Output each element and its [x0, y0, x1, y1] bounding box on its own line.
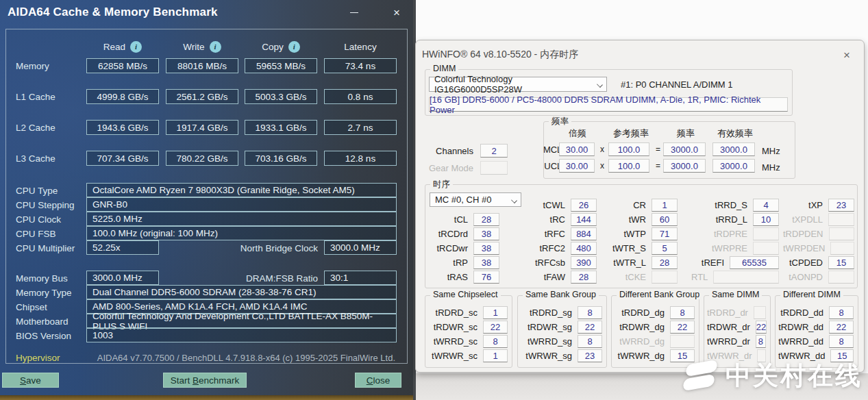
- memory-controller-select[interactable]: MC #0, CH #0: [430, 192, 521, 207]
- memory-latency-value: 73.4 ns: [324, 58, 397, 73]
- tCPDED-value: 15: [828, 256, 854, 269]
- timing-field: tRRD_L10: [691, 212, 779, 227]
- close-dialog-button[interactable]: Close: [355, 373, 401, 388]
- info-icon[interactable]: i: [130, 41, 142, 53]
- l1-read-value: 4999.8 GB/s: [86, 89, 159, 104]
- aida64-titlebar: AIDA64 Cache & Memory Benchmark ×: [0, 0, 413, 25]
- timing-field: tWRPDEN: [783, 241, 854, 255]
- dimm-slot-label: #1: P0 CHANNEL A/DIMM 1: [621, 79, 733, 90]
- timing-field: tWTR_L28: [606, 255, 678, 270]
- tRFC2-value: 480: [571, 242, 597, 255]
- timing-field: tCL28: [431, 212, 499, 227]
- RTL-value: [713, 271, 779, 284]
- mclk-frequency: 3000.0: [663, 142, 706, 156]
- start-benchmark-button[interactable]: Start Benchmark: [163, 373, 247, 388]
- timing-field: tWTP71: [606, 227, 678, 241]
- timing-field: tRDRD_sg8: [521, 305, 602, 320]
- timing-col4: tRRD_S4 tRRD_L10 tRDPRE tWRPRE tREFI6553…: [691, 198, 779, 284]
- tWRRD_dr-value: 8: [756, 335, 766, 348]
- equals-sign: =: [656, 142, 660, 156]
- timing-field: tRDWR_sg22: [521, 320, 602, 334]
- timing-field: CR1: [606, 198, 678, 212]
- timing-field: tXP23: [783, 198, 854, 212]
- timing-field: tRDRD_sc1: [428, 305, 508, 320]
- zol-watermark: 中关村在线: [683, 359, 863, 393]
- close-button[interactable]: ×: [838, 47, 856, 64]
- info-icon[interactable]: i: [288, 41, 300, 53]
- frequency-header: 频率: [666, 127, 706, 140]
- bottom-strip: [0, 395, 413, 400]
- uclk-multiplier: 30.00: [559, 159, 595, 173]
- memory-write-value: 88016 MB/s: [166, 58, 238, 73]
- timing-field: tWRRD_sc8: [428, 334, 508, 349]
- row-label: CPU FSB: [16, 226, 56, 241]
- group-legend: Same Chipselect: [430, 290, 501, 299]
- tREFI-value: 65535: [730, 256, 779, 269]
- bench-row-l3: L3 Cache 707.34 GB/s 780.22 GB/s 703.16 …: [6, 151, 407, 166]
- timing-col3: CR1 tWR60 tWTP71 tWTR_S5 tWTR_L28 tCKE: [606, 198, 678, 284]
- tRDWR_dg-value: 22: [670, 321, 695, 334]
- cpu-fsb-value: 100.0 MHz (original: 100 MHz): [86, 226, 397, 240]
- copy-header: Copy: [262, 42, 284, 52]
- timing-col5: tXP23 tXPDLL tRDPDEN tWRPDEN tCPDED15 tA…: [783, 198, 854, 284]
- memory-copy-value: 59653 MB/s: [245, 58, 317, 73]
- group-legend: Same Bank Group: [523, 290, 599, 299]
- dimm-group: DIMM Colorful Technology IG16G6000D5SP28…: [425, 69, 793, 116]
- mhz-unit: MHz: [762, 144, 780, 158]
- timing-field: tCWL26: [523, 198, 597, 212]
- timing-field: tWRWR_sg23: [521, 349, 602, 363]
- channels-value: 2: [480, 144, 508, 158]
- close-button[interactable]: ×: [387, 3, 406, 22]
- l2-latency-value: 2.7 ns: [324, 120, 397, 135]
- group-legend: Same DIMM: [709, 290, 762, 299]
- mclk-multiplier: 30.00: [559, 142, 595, 156]
- frequency-legend: 频率: [549, 116, 571, 127]
- timing-field: tRAS76: [431, 270, 499, 284]
- tRRD_L-value: 10: [753, 213, 779, 226]
- hypervisor-row: Hypervisor AIDA64 v7.70.7500 / BenchDLL …: [6, 350, 407, 365]
- dimm-select[interactable]: Colorful Technology IG16G6000D5SP28W: [429, 77, 607, 92]
- info-row-motherboard: Motherboard Colorful Technology And Deve…: [6, 314, 407, 329]
- timing-field: tAONPD: [783, 270, 854, 284]
- hwinfo-window: HWiNFO® 64 v8.10-5520 - 内存时序 × DIMM Colo…: [415, 40, 865, 373]
- ref-clock-header: 参考频率: [608, 127, 654, 140]
- uclk-effective: 3000.0: [712, 159, 755, 173]
- timing-field: tCPDED15: [783, 255, 854, 270]
- l3-copy-value: 703.16 GB/s: [245, 151, 317, 166]
- different-dimm-group: Different DIMM tRDRD_dd8 tRDWR_dd22 tWRR…: [775, 295, 858, 368]
- memory-read-value: 62858 MB/s: [86, 58, 159, 73]
- timing-field: tRDPDEN: [783, 227, 854, 241]
- dimm-module-info: [16 GB] DDR5-6000 / PC5-48000 DDR5 SDRAM…: [429, 97, 788, 112]
- mclk-effective: 3000.0: [712, 142, 755, 156]
- effective-frequency-header: 有效频率: [712, 127, 758, 140]
- info-row-cpu-multiplier: CPU Multiplier 52.25x North Bridge Clock…: [6, 240, 407, 255]
- timing-field: tRRD_S4: [691, 198, 779, 212]
- tFAW-value: 28: [571, 271, 597, 284]
- info-row-cpu-clock: CPU Clock 5225.0 MHz: [6, 212, 407, 227]
- bench-row-l2: L2 Cache 1943.6 GB/s 1917.4 GB/s 1933.1 …: [6, 120, 407, 135]
- timing-field: tWRPRE: [691, 241, 779, 255]
- l3-write-value: 780.22 GB/s: [166, 151, 238, 166]
- different-bank-group: Different Bank Group tRDRD_dg8 tRDWR_dg2…: [611, 295, 699, 368]
- tXP-value: 23: [828, 199, 854, 212]
- l2-read-value: 1943.6 GB/s: [86, 120, 159, 135]
- row-label: Memory Type: [16, 285, 72, 300]
- info-icon[interactable]: i: [210, 41, 221, 53]
- multiplier-header: 倍频: [559, 127, 596, 140]
- tWRRD_sc-value: 8: [483, 335, 508, 348]
- tWRPDEN-value: [830, 242, 854, 255]
- dram-fsb-ratio-value: 30:1: [324, 271, 397, 285]
- tRFC-value: 884: [571, 227, 597, 240]
- timing-field: tRDWR_dd22: [778, 320, 854, 334]
- save-button[interactable]: Save: [2, 373, 59, 388]
- tWRPRE-value: [753, 242, 779, 255]
- timing-field: tRFC884: [523, 227, 597, 241]
- minimize-button[interactable]: [345, 3, 364, 22]
- tWTR_S-value: 5: [652, 242, 678, 255]
- benchmark-panel: Read i Write i Copy i Latency Memory 62: [5, 29, 408, 364]
- row-label: Memory Bus: [16, 271, 68, 286]
- cpu-clock-value: 5225.0 MHz: [86, 212, 397, 226]
- l2-copy-value: 1933.1 GB/s: [245, 120, 317, 135]
- tWRWR_sg-value: 23: [578, 349, 602, 362]
- gear-mode-label: Gear Mode: [427, 163, 473, 173]
